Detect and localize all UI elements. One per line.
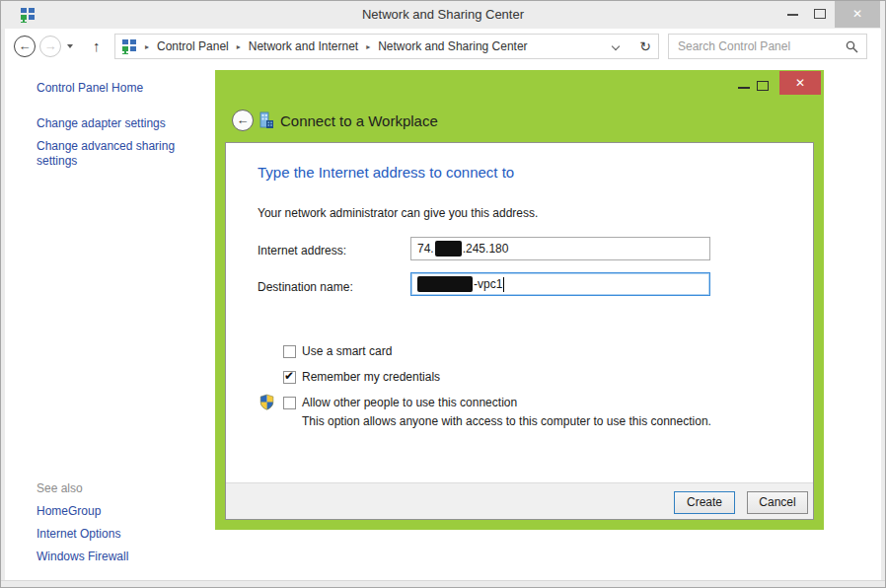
chevron-right-icon: ▸ — [366, 42, 370, 51]
internet-address-value-prefix: 74. — [417, 242, 434, 256]
internet-address-input[interactable]: 74..245.180 — [410, 237, 710, 260]
connect-to-workplace-dialog: ✕ ← Connect to a Workplace Type the Inte… — [215, 70, 824, 530]
breadcrumb-control-panel[interactable]: Control Panel — [157, 39, 229, 53]
dialog-back-button[interactable]: ← — [232, 110, 254, 131]
search-input[interactable] — [669, 39, 846, 53]
search-box — [668, 34, 867, 59]
network-icon — [121, 38, 137, 54]
search-icon[interactable] — [846, 40, 858, 53]
destination-name-input[interactable]: -vpc1 — [410, 272, 710, 296]
chevron-right-icon: ▸ — [145, 42, 149, 51]
history-dropdown-icon[interactable] — [67, 44, 73, 48]
window-frame-right — [881, 29, 885, 587]
remember-credentials-checkbox[interactable]: ✔ — [283, 371, 296, 384]
sidebar-item-change-adapter-settings[interactable]: Change adapter settings — [37, 116, 166, 131]
text-cursor — [503, 277, 504, 292]
address-dropdown-icon[interactable] — [612, 42, 620, 50]
window-frame-left — [1, 29, 5, 587]
window-frame-bottom — [1, 580, 885, 587]
titlebar: Network and Sharing Center ✕ — [1, 1, 885, 29]
network-sharing-center-window: Network and Sharing Center ✕ ← → ↑ ▸ Con… — [0, 0, 886, 588]
breadcrumb-network-internet[interactable]: Network and Internet — [249, 39, 358, 53]
dialog-title: Connect to a Workplace — [280, 112, 438, 129]
destination-name-value-suffix: -vpc1 — [474, 277, 502, 291]
forward-button[interactable]: → — [39, 36, 61, 57]
sidebar-item-change-advanced-sharing[interactable]: Change advanced sharing settings — [37, 139, 196, 169]
sidebar-item-internet-options[interactable]: Internet Options — [37, 527, 120, 542]
allow-others-label[interactable]: Allow other people to use this connectio… — [302, 396, 517, 409]
breadcrumb-network-sharing[interactable]: Network and Sharing Center — [378, 39, 527, 53]
close-button[interactable]: ✕ — [835, 1, 880, 28]
back-button[interactable]: ← — [14, 36, 36, 57]
up-button[interactable]: ↑ — [93, 37, 101, 54]
allow-others-note: This option allows anyone with access to… — [302, 414, 711, 428]
smart-card-checkbox[interactable] — [283, 345, 296, 358]
minimize-icon[interactable] — [787, 14, 798, 16]
uac-shield-icon — [258, 394, 275, 410]
redaction-box — [417, 276, 473, 292]
create-button[interactable]: Create — [674, 491, 735, 514]
checkmark-icon: ✔ — [284, 369, 294, 383]
window-title: Network and Sharing Center — [1, 7, 885, 22]
breadcrumb[interactable]: ▸ Control Panel ▸ Network and Internet ▸… — [114, 34, 633, 59]
see-also-header: See also — [37, 481, 83, 496]
chevron-right-icon: ▸ — [237, 42, 241, 51]
internet-address-label: Internet address: — [258, 244, 346, 257]
dialog-heading: Type the Internet address to connect to — [258, 164, 514, 181]
dialog-body: Type the Internet address to connect to … — [225, 142, 814, 520]
maximize-icon[interactable] — [814, 9, 826, 19]
redaction-box — [435, 241, 462, 257]
dialog-minimize-icon[interactable] — [738, 87, 750, 89]
sidebar-item-homegroup[interactable]: HomeGroup — [37, 504, 101, 519]
sidebar-item-windows-firewall[interactable]: Windows Firewall — [37, 550, 128, 564]
remember-credentials-label[interactable]: Remember my credentials — [302, 370, 440, 384]
internet-address-value-suffix: .245.180 — [463, 242, 509, 256]
cancel-button[interactable]: Cancel — [747, 491, 808, 514]
destination-name-label: Destination name: — [258, 280, 353, 294]
dialog-footer: Create Cancel — [226, 482, 813, 519]
workplace-icon — [258, 111, 275, 129]
allow-others-checkbox[interactable] — [283, 397, 296, 409]
dialog-subheading: Your network administrator can give you … — [258, 206, 538, 220]
dialog-maximize-icon[interactable] — [757, 81, 769, 91]
dialog-close-button[interactable]: ✕ — [779, 71, 821, 95]
smart-card-label[interactable]: Use a smart card — [302, 344, 392, 358]
refresh-button[interactable]: ↻ — [632, 34, 659, 59]
sidebar-item-control-panel-home[interactable]: Control Panel Home — [37, 81, 143, 96]
